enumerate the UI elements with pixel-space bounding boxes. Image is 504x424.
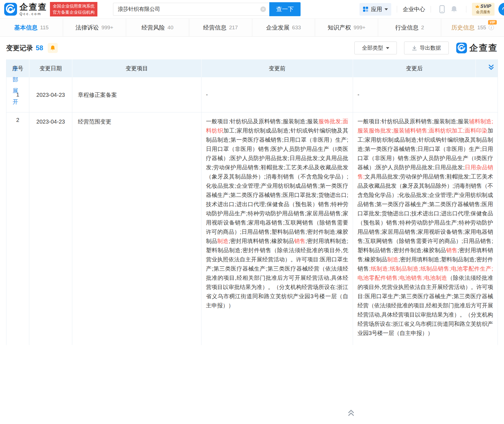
qcc-watermark-logo: 企查查 [456, 42, 498, 54]
company-detail-tabs: 基本信息115 法律诉讼999+ 经营风险40 经营信息217 企业发展633 … [0, 18, 504, 37]
search-input[interactable] [113, 3, 269, 16]
column-header-date: 变更日期 [29, 59, 72, 77]
tab-basic-info[interactable]: 基本信息115 [0, 19, 63, 36]
tab-intellectual-property[interactable]: 知识产权999+ [315, 19, 378, 36]
phone-icon [439, 5, 445, 13]
expand-all-control [476, 59, 498, 77]
notifications-button[interactable] [450, 5, 458, 13]
download-icon [412, 45, 417, 51]
apps-label: 应用 [371, 6, 382, 13]
export-data-button[interactable]: 导出数据 [404, 42, 449, 54]
search-button[interactable]: 查一下 [269, 2, 301, 16]
qcc-swirl-icon [456, 42, 467, 54]
chevron-down-icon [386, 47, 389, 49]
tab-enterprise-development[interactable]: 企业发展633 [252, 19, 315, 36]
row-after-value: - [353, 77, 498, 112]
table-header-row: 序号 变更日期 变更项目 变更前 变更后 [6, 59, 498, 77]
divider [397, 6, 397, 13]
tab-industry-info[interactable]: 行业信息2 [378, 19, 441, 36]
vip-badge: VIP [488, 20, 497, 25]
change-records-table: 序号 变更日期 变更项目 变更前 变更后 全部展开 1 2023-04-23 章… [6, 59, 498, 345]
mobile-app-button[interactable] [439, 5, 445, 13]
row-before-value: - [201, 77, 353, 112]
gov-credential-badge: 全国企业信用查询系统 官方备案企业征信机构 [50, 2, 97, 16]
tab-legal-litigation[interactable]: 法律诉讼999+ [63, 19, 126, 36]
row-change-item: 章程修正案备案 [72, 77, 201, 112]
row-date: 2023-04-23 [29, 77, 72, 112]
top-header: 企查查 Qcc.com 全国企业信用查询系统 官方备案企业征信机构 ✕ 查一下 … [0, 0, 504, 18]
row-change-item: 经营范围变更 [72, 112, 201, 345]
brand-domain: Qcc.com [20, 12, 47, 16]
double-chevron-up-icon[interactable] [347, 409, 355, 416]
table-row: 1 2023-04-23 章程修正案备案 - - [6, 77, 498, 112]
apps-menu-button[interactable]: 应用 [359, 3, 391, 16]
row-after-value: 一般项目:针纺织品及原料销售;服装制造;服装辅料制造;服装服饰批发;服装辅料销售… [353, 112, 498, 345]
double-chevron-down-icon[interactable] [488, 64, 494, 70]
tab-operation-info[interactable]: 经营信息217 [189, 19, 252, 36]
bell-icon [50, 45, 56, 51]
chevron-down-icon [385, 8, 388, 10]
row-no: 2 [6, 112, 29, 345]
table-row: 2 2023-04-23 经营范围变更 一般项目:针纺织品及原料销售;服装制造;… [6, 112, 498, 345]
info-circle-icon[interactable]: i [489, 25, 494, 30]
enterprise-center-link[interactable]: 企业中心 [403, 6, 425, 13]
column-header-item: 变更项目 [72, 59, 201, 77]
column-header-after: 变更后 [353, 59, 476, 77]
column-header-before: 变更前 [201, 59, 353, 77]
row-date: 2023-04-23 [29, 112, 72, 345]
tab-history-info[interactable]: VIP 历史信息155 i [441, 19, 504, 36]
grid-icon [363, 6, 368, 12]
customer-service-avatar[interactable] [498, 3, 504, 16]
svip-member-button[interactable]: SVIP 会员服务 [472, 3, 495, 16]
divider [431, 6, 431, 13]
monitor-bell-button[interactable] [48, 43, 58, 53]
brand-name: 企查查 [20, 3, 47, 11]
qcc-swirl-icon [4, 3, 17, 16]
bell-icon [450, 5, 458, 13]
crown-icon [475, 5, 479, 8]
record-count: 58 [36, 44, 43, 52]
tab-operation-risk[interactable]: 经营风险40 [126, 19, 189, 36]
section-title: 变更记录 [6, 44, 33, 52]
type-filter-dropdown[interactable]: 全部类型 [354, 42, 397, 54]
qcc-logo[interactable]: 企查查 Qcc.com [4, 3, 47, 16]
divider [466, 6, 466, 13]
row-before-value: 一般项目:针纺织品及原料销售;服装制造;服装服饰批发;面料纺织加工;家用纺织制成… [201, 112, 353, 345]
clear-search-icon[interactable]: ✕ [260, 6, 266, 12]
expand-all-button[interactable]: 全部展开 [12, 63, 19, 107]
